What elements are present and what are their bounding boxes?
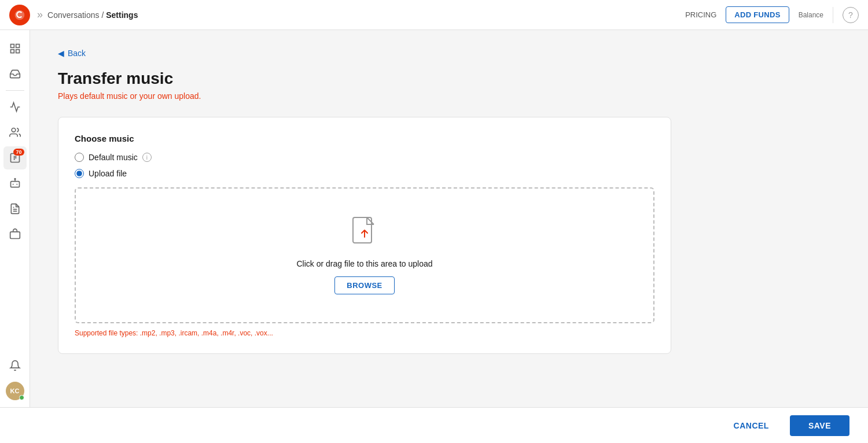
save-button[interactable]: SAVE: [790, 415, 849, 436]
upload-area[interactable]: Click or drag file to this area to uploa…: [75, 187, 654, 323]
sidebar-item-bots[interactable]: [3, 172, 27, 195]
avatar[interactable]: KC: [6, 382, 24, 400]
info-icon[interactable]: i: [142, 153, 152, 162]
tasks-badge: 70: [13, 149, 24, 156]
sidebar-item-tasks[interactable]: 70: [3, 146, 27, 169]
cancel-button[interactable]: CANCEL: [722, 415, 781, 436]
svg-rect-16: [10, 232, 20, 239]
sidebar-bottom: KC: [3, 354, 27, 407]
radio-upload-file[interactable]: [75, 169, 84, 178]
radio-default-music[interactable]: [75, 153, 84, 162]
header-divider: [833, 7, 833, 23]
svg-rect-10: [10, 182, 19, 187]
inbox-icon: [9, 68, 21, 80]
svg-rect-1: [10, 45, 14, 48]
bots-icon: [9, 178, 21, 189]
page-subtitle: Plays default music or your own upload.: [58, 91, 840, 101]
settings-icon: [9, 228, 21, 240]
sidebar-item-dashboard[interactable]: [3, 37, 27, 60]
sidebar-item-inbox[interactable]: [3, 62, 27, 86]
contacts-icon: [9, 127, 21, 138]
svg-rect-17: [353, 217, 372, 243]
avatar-status-dot: [19, 395, 24, 400]
footer-bar: CANCEL SAVE: [0, 407, 868, 443]
help-icon[interactable]: ?: [843, 7, 859, 23]
reports-icon: [9, 203, 21, 215]
sidebar: 70 KC: [0, 30, 30, 407]
upload-drag-text: Click or drag file to this area to uploa…: [296, 259, 432, 268]
sidebar-item-contacts[interactable]: [3, 121, 27, 144]
back-chevron-icon: ◀: [58, 49, 64, 58]
nav-chevron-icon[interactable]: »: [37, 9, 43, 21]
main-layout: 70 KC ◀ Back Transfer music Plays defau: [0, 30, 868, 407]
balance-label: Balance: [799, 11, 823, 19]
browse-button[interactable]: BROWSE: [334, 276, 395, 294]
main-card: Choose music Default music i Upload file: [58, 117, 671, 354]
dashboard-icon: [9, 43, 21, 54]
logo[interactable]: [9, 5, 30, 25]
sidebar-item-notifications[interactable]: [3, 354, 27, 377]
radio-option-default[interactable]: Default music i: [75, 153, 654, 162]
upload-icon: [351, 216, 378, 251]
svg-rect-4: [16, 50, 19, 53]
header-right: PRICING ADD FUNDS Balance ?: [685, 6, 859, 23]
breadcrumb: Conversations / Settings: [47, 10, 685, 20]
page-title: Transfer music: [58, 69, 840, 88]
svg-point-5: [12, 128, 16, 132]
bell-icon: [9, 360, 21, 371]
svg-rect-2: [16, 45, 19, 48]
analytics-icon: [9, 101, 21, 113]
pricing-link[interactable]: PRICING: [685, 10, 716, 19]
logo-icon: [14, 9, 25, 21]
back-link[interactable]: ◀ Back: [58, 49, 86, 58]
sidebar-item-reports[interactable]: [3, 197, 27, 220]
radio-option-upload[interactable]: Upload file: [75, 169, 654, 178]
sidebar-item-settings[interactable]: [3, 223, 27, 246]
svg-rect-3: [10, 50, 14, 53]
sidebar-item-analytics[interactable]: [3, 95, 27, 119]
sidebar-divider-1: [6, 90, 24, 91]
radio-group: Default music i Upload file: [75, 153, 654, 178]
header: » Conversations / Settings PRICING ADD F…: [0, 0, 868, 30]
choose-music-label: Choose music: [75, 134, 654, 143]
content-area: ◀ Back Transfer music Plays default musi…: [30, 30, 868, 407]
svg-point-11: [14, 179, 16, 180]
add-funds-button[interactable]: ADD FUNDS: [726, 6, 789, 23]
supported-file-types: Supported file types: .mp2, .mp3, .ircam…: [75, 329, 654, 337]
